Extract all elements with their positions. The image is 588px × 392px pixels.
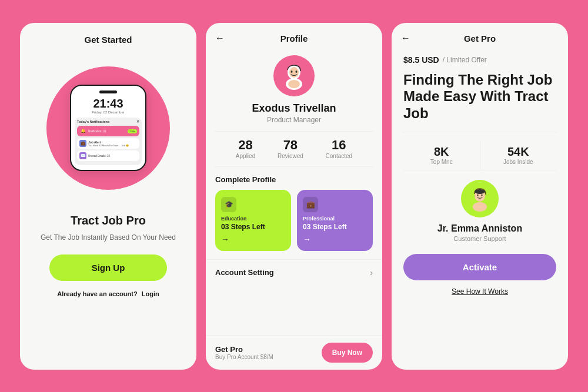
professional-arrow: → (303, 234, 367, 244)
notif-badge-1: 2 Min (128, 129, 137, 133)
signup-button[interactable]: Sign Up (49, 254, 167, 281)
metric-jobs: 54K Jobs Inside (480, 140, 557, 170)
card2-back-button[interactable]: ← (215, 33, 225, 43)
card1-header: Get Started (20, 23, 196, 52)
stat-contacted-label: Contacted (326, 153, 353, 159)
stat-applied: 28 Applied (236, 139, 255, 159)
card1-subtitle: Get The Job Instantly Based On Your Need (41, 232, 176, 243)
education-icon: 🎓 (221, 197, 236, 212)
card2-header: ← Profile (206, 23, 382, 51)
notif-close-icon: ✕ (136, 120, 139, 123)
metric-jobs-label: Jobs Inside (480, 159, 557, 165)
phone-frame: 21:43 Friday, 02 December Today's Notifi… (70, 85, 146, 171)
get-started-card: Get Started 21:43 Friday, 02 December To… (20, 23, 196, 370)
pro-avatar-area: Jr. Emma Anniston Customer Support (403, 180, 556, 242)
notif-item-1: 🔔 Notification: (3) 2 Min (77, 126, 139, 136)
see-how-link[interactable]: See How It Works (403, 287, 556, 296)
card1-main-title: Tract Job Pro (71, 214, 146, 227)
metric-jobs-number: 54K (480, 145, 557, 159)
professional-card[interactable]: 💼 Professional 03 Steps Left → (297, 190, 373, 251)
stats-row: 28 Applied 78 Reviewed 16 Contacted (215, 131, 373, 167)
activate-button[interactable]: Activate (403, 254, 556, 280)
notif-item-2: 💼 Job Alert You Have 82 Match For New ..… (77, 138, 139, 149)
phone-mockup-area: 21:43 Friday, 02 December Today's Notifi… (20, 52, 196, 205)
education-label: Education (221, 216, 285, 222)
metric-mnc: 8K Top Mnc (403, 140, 480, 170)
notif-panel-title: Today's Notifications (77, 120, 109, 123)
divider-1 (403, 132, 556, 132)
notif-text-3: Unread Emails: 32 (88, 155, 110, 158)
card3-content: $8.5 USD / Limited Offer Finding The Rig… (392, 51, 568, 370)
login-prompt-text: Already have an account? (57, 290, 137, 297)
education-steps: 03 Steps Left (221, 223, 285, 231)
profile-role: Product Manager (267, 116, 321, 124)
notif-icon-3: ✉️ (79, 152, 86, 159)
notif-icon-1: 🔔 (79, 128, 86, 135)
account-setting-row[interactable]: Account Setting › (206, 259, 382, 286)
price-offer: / Limited Offer (443, 56, 487, 64)
pro-headline: Finding The Right Job Made Easy With Tra… (403, 72, 556, 122)
svg-point-11 (473, 202, 487, 212)
stat-reviewed: 78 Reviewed (278, 139, 303, 159)
pricing-row: $8.5 USD / Limited Offer (403, 55, 556, 65)
svg-point-4 (296, 71, 298, 73)
card3-header: ← Get Pro (392, 23, 568, 51)
complete-profile-title: Complete Profile (206, 175, 382, 190)
stat-reviewed-label: Reviewed (278, 153, 303, 159)
pro-user-name: Jr. Emma Anniston (437, 223, 522, 234)
chevron-right-icon: › (370, 268, 373, 277)
profile-name: Exodus Trivellan (252, 102, 336, 115)
login-prompt: Already have an account? Login (57, 290, 159, 297)
get-pro-text: Get Pro Buy Pro Account $8/M (215, 345, 273, 360)
card1-content: Tract Job Pro Get The Job Instantly Base… (20, 205, 196, 370)
svg-point-6 (288, 80, 300, 88)
login-link[interactable]: Login (142, 290, 159, 297)
stat-reviewed-number: 78 (278, 139, 303, 152)
stat-contacted: 16 Contacted (326, 139, 353, 159)
notif-text-1: Notification: (3) (88, 130, 106, 133)
card3-title: Get Pro (464, 33, 496, 43)
professional-label: Professional (303, 216, 367, 222)
pro-user-role: Customer Support (453, 235, 506, 242)
metrics-row: 8K Top Mnc 54K Jobs Inside (403, 140, 556, 170)
notif-header: Today's Notifications ✕ (77, 120, 139, 123)
card2-title: Profile (280, 33, 308, 43)
professional-steps: 03 Steps Left (303, 223, 367, 231)
phone-time: 21:43 (75, 97, 142, 110)
education-arrow: → (221, 234, 285, 244)
pro-avatar-illustration (464, 183, 496, 215)
metric-mnc-number: 8K (403, 145, 480, 159)
notif-text-2: Job Alert You Have 82 Match For New ... … (88, 140, 129, 147)
get-pro-subtitle: Buy Pro Account $8/M (215, 354, 273, 360)
buy-now-button[interactable]: Buy Now (322, 343, 373, 363)
metric-mnc-label: Top Mnc (403, 159, 480, 165)
svg-point-2 (289, 67, 299, 78)
svg-point-10 (481, 194, 482, 196)
avatar (273, 55, 315, 96)
get-pro-card: ← Get Pro $8.5 USD / Limited Offer Findi… (392, 23, 568, 370)
phone-date: Friday, 02 December (75, 110, 142, 114)
stat-applied-number: 28 (236, 139, 255, 152)
price-main: $8.5 USD (403, 55, 439, 65)
notification-panel: Today's Notifications ✕ 🔔 Notification: … (75, 118, 142, 165)
stat-applied-label: Applied (236, 153, 255, 159)
get-pro-title: Get Pro (215, 345, 273, 354)
pro-avatar (461, 180, 499, 217)
card3-back-button[interactable]: ← (401, 33, 410, 43)
notif-item-3: ✉️ Unread Emails: 32 (77, 150, 139, 161)
professional-icon: 💼 (303, 197, 318, 212)
svg-point-12 (475, 189, 485, 194)
avatar-illustration (276, 58, 312, 93)
stat-contacted-number: 16 (326, 139, 353, 152)
notif-icon-2: 💼 (79, 140, 86, 147)
phone-notch (99, 91, 117, 93)
profile-card: ← Profile Exodus Trivellan Product Manag (206, 23, 382, 370)
get-pro-row: Get Pro Buy Pro Account $8/M Buy Now (206, 335, 382, 370)
education-card[interactable]: 🎓 Education 03 Steps Left → (215, 190, 291, 251)
svg-point-3 (291, 71, 293, 73)
profile-avatar-area: Exodus Trivellan Product Manager (206, 51, 382, 131)
account-setting-label: Account Setting (215, 268, 274, 277)
profile-cards-row: 🎓 Education 03 Steps Left → 💼 Profession… (206, 190, 382, 259)
svg-point-9 (477, 194, 478, 196)
card1-title: Get Started (85, 35, 132, 45)
